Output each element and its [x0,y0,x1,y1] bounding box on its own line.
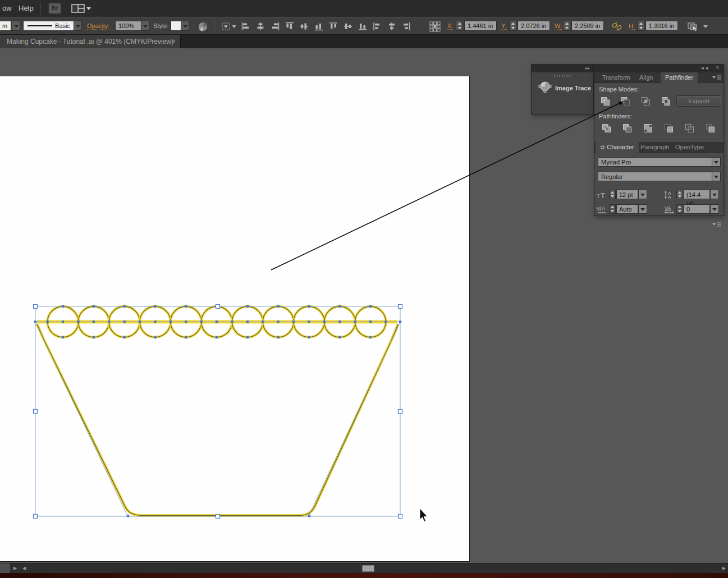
tracking-field[interactable]: 0 [684,204,710,214]
stroke-profile-field[interactable]: m [0,21,11,31]
align-to-selection-button[interactable] [220,21,237,31]
opacity-link[interactable]: Opacity: [87,22,109,30]
distribute-top-icon[interactable] [329,22,339,31]
distribute-bottom-icon[interactable] [358,22,368,31]
y-link[interactable]: Y: [501,22,507,30]
unite-button[interactable] [600,95,613,107]
align-left-icon[interactable] [241,22,251,31]
kerning-field[interactable]: Auto [616,204,638,214]
select-similar-button[interactable] [687,21,699,32]
style-dropdown[interactable] [181,21,189,31]
artboard[interactable] [0,76,470,562]
image-trace-panel[interactable]: ▸▸ Image Trace [531,64,594,115]
stroke-profile-dropdown[interactable] [12,21,20,31]
document-tab[interactable]: Making Cupcake - Tutorial .ai @ 401% (CM… [0,35,181,48]
panel-gripper [554,75,572,77]
tab-align[interactable]: Align [635,72,657,83]
font-style-dropdown[interactable] [712,172,721,181]
leading-dropdown[interactable] [710,190,719,199]
menu-item-window[interactable]: ow [2,4,12,12]
font-family-dropdown[interactable] [712,157,721,167]
select-similar-dropdown[interactable] [703,25,708,29]
svg-text:VA: VA [665,205,671,211]
collapse-panel-icon[interactable]: ▸▸ [585,66,590,71]
menu-item-help[interactable]: Help [19,4,34,12]
w-link[interactable]: W: [555,22,562,30]
arrange-documents-button[interactable] [71,3,91,13]
font-size-stepper[interactable] [609,190,616,199]
scroll-right-icon[interactable]: ▶ [722,566,726,571]
align-top-icon[interactable] [285,22,295,31]
distribute-right-icon[interactable] [402,22,412,31]
x-field[interactable]: 1.4461 in [464,21,497,31]
w-stepper[interactable] [563,21,570,31]
svg-text:T: T [601,191,605,199]
align-right-icon[interactable] [271,22,281,31]
bridge-button[interactable]: Br [48,3,61,14]
tab-opentype[interactable]: OpenType [671,142,708,153]
h-link[interactable]: H: [629,22,635,30]
font-size-dropdown[interactable] [638,190,647,199]
select-similar-icon [687,21,699,32]
brush-stroke-preview [26,21,53,30]
h-stepper[interactable] [637,21,644,31]
align-v-center-icon[interactable] [300,22,310,31]
dock-title-strip[interactable]: ◄◄ × [594,65,724,72]
tracking-stepper[interactable] [676,204,683,214]
kerning-dropdown[interactable] [638,204,647,214]
w-field[interactable]: 2.2509 in [571,21,604,31]
distribute-h-center-icon[interactable] [387,22,397,31]
merge-button[interactable] [643,122,656,134]
opacity-dropdown[interactable] [141,21,149,31]
pathfinder-tab-group: Transform Align Pathfinder [594,72,724,83]
align-h-center-icon[interactable] [256,22,266,31]
y-field[interactable]: 2.0726 in [518,21,550,31]
tab-character[interactable]: ≎ Character [596,142,639,153]
exclude-button[interactable] [661,95,674,107]
leading-stepper[interactable] [676,190,683,199]
horizontal-scrollbar[interactable]: ▶ ◀ ▶ [0,563,728,573]
tab-close-icon[interactable]: × [171,35,176,48]
trim-button[interactable] [622,122,635,134]
scroll-left-icon[interactable]: ◀ [22,566,26,571]
divide-button[interactable] [601,122,615,134]
y-stepper[interactable] [509,21,516,31]
minus-back-button[interactable] [705,122,718,134]
panel-title-strip[interactable]: ▸▸ [532,65,593,72]
distribute-v-center-icon[interactable] [344,22,354,31]
tracking-dropdown[interactable] [710,204,719,214]
outline-button[interactable] [684,122,698,134]
align-bottom-icon[interactable] [314,22,324,31]
recolor-artwork-button[interactable] [198,21,208,32]
tab-transform[interactable]: Transform [598,72,635,83]
close-dock-icon[interactable]: × [716,65,719,71]
intersect-button[interactable] [640,95,654,107]
brush-dropdown[interactable] [74,21,82,31]
x-link[interactable]: X: [447,22,453,30]
distribute-left-icon[interactable] [373,22,383,31]
constrain-proportions-button[interactable] [611,21,623,31]
x-stepper[interactable] [456,21,463,31]
style-swatch[interactable] [171,21,181,31]
kerning-stepper[interactable] [609,204,616,214]
reference-point-locator[interactable] [429,21,441,32]
expand-button[interactable]: Expand [676,95,721,107]
font-size-field[interactable]: 12 pt [616,190,638,199]
font-style-field[interactable]: Regular [598,172,712,181]
panel-menu-icon[interactable] [712,75,721,81]
h-field[interactable]: 1.3016 in [645,21,678,31]
leading-field[interactable]: (14.4 pt) [684,190,710,199]
font-family-field[interactable]: Myriad Pro [598,157,712,167]
brush-definition-field[interactable]: Basic [23,21,74,31]
panel-dock: ◄◄ × Transform Align Pathfinder Shape Mo… [594,64,724,216]
crop-button[interactable] [663,122,677,134]
tab-pathfinder[interactable]: Pathfinder [661,72,698,83]
status-expand-icon[interactable]: ▶ [13,566,17,571]
scrollbar-thumb[interactable] [362,565,374,572]
panel-menu-icon[interactable] [712,222,721,228]
opacity-field[interactable]: 100% [115,21,141,31]
minus-front-button[interactable] [620,95,634,107]
svg-text:V: V [597,206,600,212]
collapse-to-icons-icon[interactable]: ◄◄ [700,66,709,71]
tab-paragraph[interactable]: Paragraph [636,142,674,153]
